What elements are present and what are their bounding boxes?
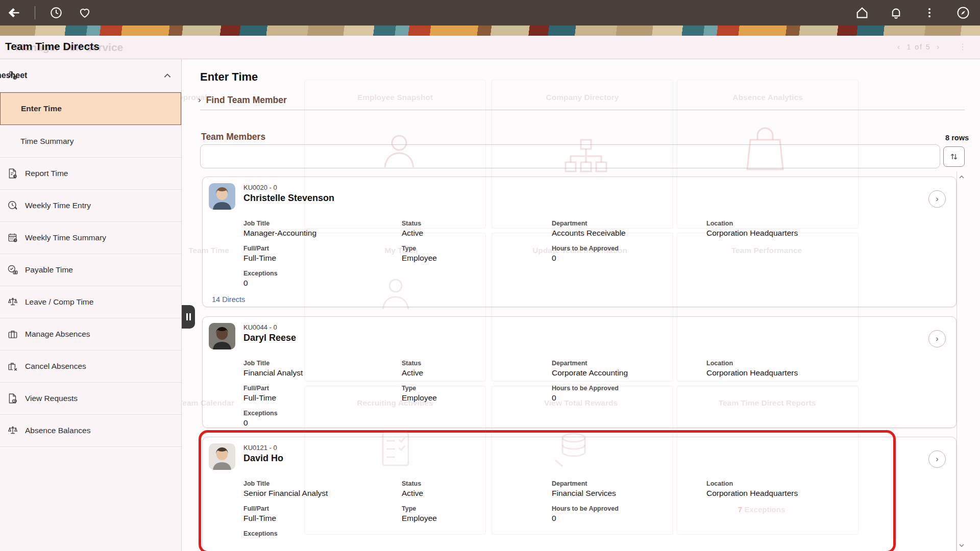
sidebar-item-label: Weekly Time Summary [25,233,106,242]
row-count-badge: 8 rows [945,134,969,142]
sidebar-item-label: Payable Time [25,265,73,274]
open-member-chevron-button[interactable]: › [928,450,946,468]
actions-menu-icon[interactable] [922,5,937,20]
sidebar-item-time-summary[interactable]: Time Summary [0,125,181,158]
member-fields: Job TitleSenior Financial Analyst Status… [243,480,798,551]
status-value: Active [402,489,552,498]
avatar [209,443,235,470]
sidebar-item-label: Enter Time [21,104,62,113]
vertical-scrollbar[interactable] [957,171,966,551]
team-member-list: KU0020 - 0 Christelle Stevenson › Job Ti… [202,177,957,551]
sidebar-item-leave-comp-time[interactable]: Leave / Comp Time [0,286,181,318]
sidebar-item-label: Time Summary [20,137,74,146]
avatar [209,183,235,210]
calendar-clock-icon [7,232,18,243]
global-toolbar [0,0,980,26]
job-title-value: Financial Analyst [243,368,402,378]
sidebar-item-absence-balances[interactable]: Absence Balances [0,415,181,447]
location-value: Corporation Headquarters [706,489,798,498]
chevron-up-icon [163,71,172,81]
explore-icon[interactable] [955,5,971,20]
location-value: Corporation Headquarters [706,229,798,238]
sidebar-group-timesheet[interactable]: Timesheet [0,59,181,92]
scroll-up-icon[interactable] [957,171,966,183]
sidebar-item-cancel-absences[interactable]: Cancel Absences [0,350,181,383]
hours-value: 0 [552,514,706,523]
team-member-card[interactable]: KU0044 - 0 Daryl Reese › Job TitleFinanc… [202,316,957,428]
hours-value: 0 [552,393,706,403]
back-icon[interactable] [6,5,21,20]
document-clock-icon [7,168,18,179]
employee-id: KU0121 - 0 [243,444,277,452]
main-panel: Enter Time › Find Team Member Team Membe… [182,59,980,551]
home-icon[interactable] [854,5,870,20]
sidebar-group-label: Timesheet [0,71,27,80]
page-title: Team Time Directs [5,40,100,53]
status-value: Active [402,368,552,378]
ghost-tile-label: Employee Snapshot [357,93,433,102]
directs-link[interactable]: 14 Directs [212,295,245,304]
type-value: Employee [402,393,552,403]
employee-name: Christelle Stevenson [243,193,334,204]
department-value: Financial Services [552,489,706,498]
page-actions-ghost-icon: ⋮ [959,42,967,52]
app-window: Manager Self Service Team Time Directs ‹… [0,0,980,551]
sidebar-item-label: Cancel Absences [25,362,86,371]
team-members-label: Team Members [201,132,265,142]
employee-id: KU0020 - 0 [243,184,277,191]
team-member-search-input[interactable] [200,144,940,168]
sidebar-collapse-handle[interactable] [182,305,195,329]
sidebar-item-label: Leave / Comp Time [25,297,93,307]
sidebar-item-label: Manage Absences [25,330,90,339]
sidebar-item-weekly-time-summary[interactable]: Weekly Time Summary [0,222,181,254]
job-title-value: Manager-Accounting [243,229,402,238]
sidebar-item-view-requests[interactable]: View Requests [0,383,181,415]
favorites-icon[interactable] [77,5,92,20]
briefcase-icon [7,329,18,340]
ghost-tile-label: Company Directory [546,93,619,102]
status-value: Active [402,229,552,238]
sidebar-item-label: View Requests [25,394,78,403]
sidebar-item-report-time[interactable]: Report Time [0,158,181,190]
clock-cash-icon [7,264,18,276]
pagination-ghost: ‹ 1 of 5 › [897,43,940,51]
scales-icon [7,425,18,436]
page-header: Manager Self Service Team Time Directs ‹… [0,36,980,59]
document-eye-icon [7,393,18,404]
ghost-tile-label: Absence Analytics [732,93,802,102]
full-part-value: Full-Time [243,254,402,263]
team-member-card[interactable]: KU0121 - 0 David Ho › Job TitleSenior Fi… [202,437,957,551]
open-member-chevron-button[interactable]: › [928,330,946,347]
department-value: Accounts Receivable [552,229,706,238]
exceptions-value: 0 [243,279,402,288]
type-value: Employee [402,254,552,263]
section-divider [200,110,965,110]
chevron-right-icon: › [198,95,201,105]
team-member-card[interactable]: KU0020 - 0 Christelle Stevenson › Job Ti… [202,177,957,307]
scroll-down-icon[interactable] [957,540,966,551]
member-fields: Job TitleManager-Accounting StatusActive… [243,220,798,295]
scales-icon [7,296,18,308]
department-value: Corporate Accounting [552,368,706,378]
avatar [209,323,235,349]
briefcase-x-icon [7,361,18,372]
clock-edit-icon [7,200,18,211]
find-team-member-expander[interactable]: › Find Team Member [198,95,287,106]
sidebar-item-enter-time[interactable]: Enter Time [0,92,181,125]
sidebar-item-manage-absences[interactable]: Manage Absences [0,318,181,350]
recent-items-icon[interactable] [48,5,64,20]
sidebar-item-label: Absence Balances [25,426,90,435]
section-title: Enter Time [200,70,258,84]
sidebar-item-payable-time[interactable]: Payable Time [0,254,181,286]
sort-button[interactable] [943,146,965,167]
employee-name: Daryl Reese [243,333,296,343]
open-member-chevron-button[interactable]: › [928,190,946,208]
exceptions-value: 0 [243,418,402,428]
notifications-icon[interactable] [888,5,903,20]
theme-banner [0,26,980,36]
sidebar-item-weekly-time-entry[interactable]: Weekly Time Entry [0,190,181,222]
member-fields: Job TitleFinancial Analyst StatusActive … [243,360,798,435]
toolbar-divider [35,6,35,19]
employee-name: David Ho [243,453,283,464]
full-part-value: Full-Time [243,393,402,403]
